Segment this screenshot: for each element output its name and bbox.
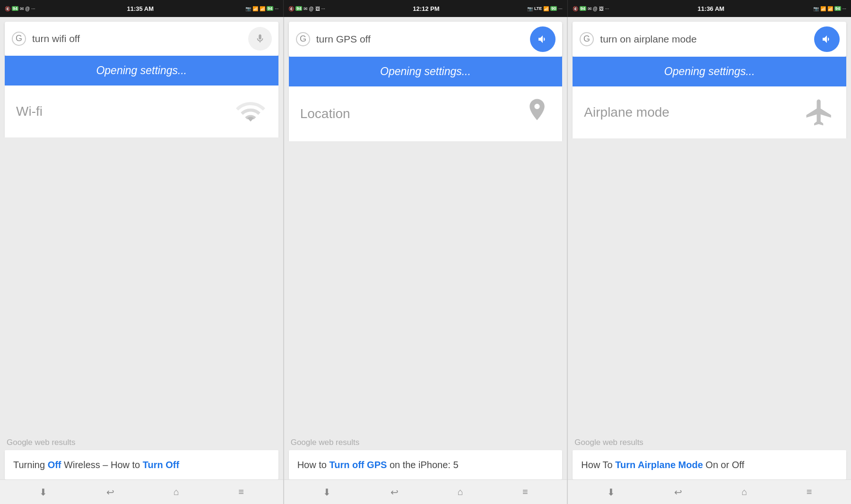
vol-icon-1: 🔇 (5, 6, 10, 11)
bottom-nav-1: ⬇ ↩ ⌂ ≡ (0, 479, 283, 504)
nav-menu-btn-1[interactable]: ≡ (238, 487, 244, 497)
mic-icon-1 (255, 34, 265, 44)
svg-text:G: G (16, 34, 22, 43)
search-query-3: turn on airplane mode (600, 34, 814, 45)
result-1-b2: Turn Off (143, 460, 179, 470)
nav-forward-btn-3[interactable]: ↩ (674, 487, 682, 498)
result-3-p2: On or Off (703, 460, 744, 470)
nav-forward-btn-1[interactable]: ↩ (106, 487, 114, 498)
web-result-card-3[interactable]: How To Turn Airplane Mode On or Off (573, 450, 846, 479)
nav-home-btn-1[interactable]: ⌂ (174, 487, 179, 497)
signal-icon-2: 📶 (543, 6, 549, 11)
web-results-1: Google web results Turning Off Wireless … (0, 434, 283, 479)
setting-label-3: Airplane mode (584, 105, 669, 120)
web-result-card-1[interactable]: Turning Off Wireless – How to Turn Off (5, 450, 278, 479)
result-3-p1: How To (581, 460, 615, 470)
search-bar-airplane[interactable]: G turn on airplane mode (573, 22, 846, 57)
status-right-1: 📷 📶 📶 94 ··· (245, 6, 278, 11)
opening-banner-3: Opening settings... (573, 57, 846, 86)
nav-home-btn-2[interactable]: ⌂ (458, 487, 463, 497)
nav-home-btn-3[interactable]: ⌂ (741, 487, 747, 497)
nav-menu-btn-3[interactable]: ≡ (807, 487, 812, 497)
status-bar-panel1: 🔇 94 ✉ @ ··· 11:35 AM 📷 📶 📶 94 ··· (0, 0, 284, 17)
status-left-1: 🔇 94 ✉ @ ··· (5, 6, 35, 11)
battery-badge-2: 90 (550, 6, 557, 11)
google-g-icon-3: G (579, 32, 594, 47)
result-2-p1: How to (297, 460, 330, 470)
web-result-text-1: Turning Off Wireless – How to Turn Off (13, 459, 179, 471)
web-results-label-3: Google web results (573, 434, 846, 450)
nav-back-btn-3[interactable]: ⬇ (607, 487, 615, 498)
img-icon-2: 🖼 (315, 6, 320, 11)
result-2-b1: Turn off GPS (329, 460, 387, 470)
empty-space-1 (0, 137, 283, 434)
dots-icon-2: ··· (321, 6, 325, 11)
airplane-icon (804, 97, 835, 128)
mail-icon-2: ✉ (304, 6, 307, 11)
img-icon-3: 🖼 (599, 6, 604, 11)
speaker-icon-3 (821, 34, 833, 45)
status-left-3: 🔇 94 ✉ @ 🖼 ··· (573, 6, 609, 11)
speaker-icon-2 (537, 34, 548, 45)
at-icon-1: @ (25, 6, 30, 11)
camera-icon-2: 📷 (527, 6, 533, 11)
result-1-p2: Wireless – How to (61, 460, 143, 470)
result-2-p2: on the iPhone: 5 (387, 460, 458, 470)
dots2-icon-1: ··· (275, 6, 278, 11)
search-query-2: turn GPS off (316, 34, 530, 45)
vol-icon-3: 🔇 (573, 6, 578, 11)
nav-back-btn-1[interactable]: ⬇ (39, 487, 47, 498)
setting-label-1: Wi-fi (16, 104, 43, 119)
wifi-status-icon-1: 📶 (252, 6, 258, 11)
status-bar-row: 🔇 94 ✉ @ ··· 11:35 AM 📷 📶 📶 94 ··· 🔇 94 … (0, 0, 851, 17)
status-time-2: 12:12 PM (413, 5, 439, 12)
opening-banner-2: Opening settings... (289, 57, 563, 86)
mail-icon-1: ✉ (20, 6, 24, 11)
web-results-label-1: Google web results (5, 434, 278, 450)
settings-card-1[interactable]: Wi-fi (5, 85, 278, 137)
opening-text-3: Opening settings... (664, 65, 755, 78)
dots-icon-1: ··· (31, 6, 35, 11)
status-right-2: 📷 LTE 📶 90 ··· (527, 6, 563, 11)
settings-card-3[interactable]: Airplane mode (573, 86, 846, 138)
signal-icon-3: 📶 (827, 6, 833, 11)
status-bar-panel3: 🔇 94 ✉ @ 🖼 ··· 11:36 AM 📷 📶 📶 94 ··· (568, 0, 851, 17)
speaker-button-2[interactable] (530, 26, 556, 52)
badge-2: 94 (295, 6, 302, 11)
vol-icon-2: 🔇 (288, 6, 294, 11)
result-1-b1: Off (48, 460, 61, 470)
dots2-icon-3: ··· (842, 6, 846, 11)
mic-button-1[interactable] (248, 27, 272, 51)
signal-icon-1: 📶 (260, 6, 265, 11)
setting-label-2: Location (300, 106, 350, 121)
search-bar-gps[interactable]: G turn GPS off (289, 22, 563, 57)
opening-text-1: Opening settings... (96, 64, 187, 77)
battery-badge-1: 94 (267, 6, 273, 11)
opening-banner-1: Opening settings... (5, 56, 278, 85)
bottom-nav-3: ⬇ ↩ ⌂ ≡ (568, 479, 851, 504)
panel-gps: G turn GPS off Opening settings... Locat… (284, 17, 568, 504)
status-time-1: 11:35 AM (127, 5, 154, 12)
web-results-label-2: Google web results (289, 434, 563, 450)
camera-icon-1: 📷 (245, 6, 251, 11)
web-result-text-3: How To Turn Airplane Mode On or Off (581, 459, 744, 471)
badge-3: 94 (580, 6, 586, 11)
result-1-p1: Turning (13, 460, 48, 470)
speaker-button-3[interactable] (814, 26, 840, 52)
svg-text:G: G (300, 34, 306, 43)
panel-airplane: G turn on airplane mode Opening settings… (568, 17, 851, 504)
result-3-b1: Turn Airplane Mode (615, 460, 703, 470)
svg-text:G: G (583, 34, 590, 43)
web-result-card-2[interactable]: How to Turn off GPS on the iPhone: 5 (289, 450, 563, 479)
location-icon (523, 97, 551, 131)
nav-back-btn-2[interactable]: ⬇ (323, 487, 331, 498)
web-results-2: Google web results How to Turn off GPS o… (284, 434, 567, 479)
at-icon-2: @ (309, 6, 313, 11)
web-results-3: Google web results How To Turn Airplane … (568, 434, 851, 479)
settings-card-2[interactable]: Location (289, 86, 563, 141)
badge-1: 94 (12, 6, 18, 11)
nav-menu-btn-2[interactable]: ≡ (522, 487, 528, 497)
nav-forward-btn-2[interactable]: ↩ (391, 487, 399, 498)
dots2-icon-2: ··· (558, 6, 562, 11)
search-bar-wifi[interactable]: G turn wifi off (5, 22, 278, 56)
